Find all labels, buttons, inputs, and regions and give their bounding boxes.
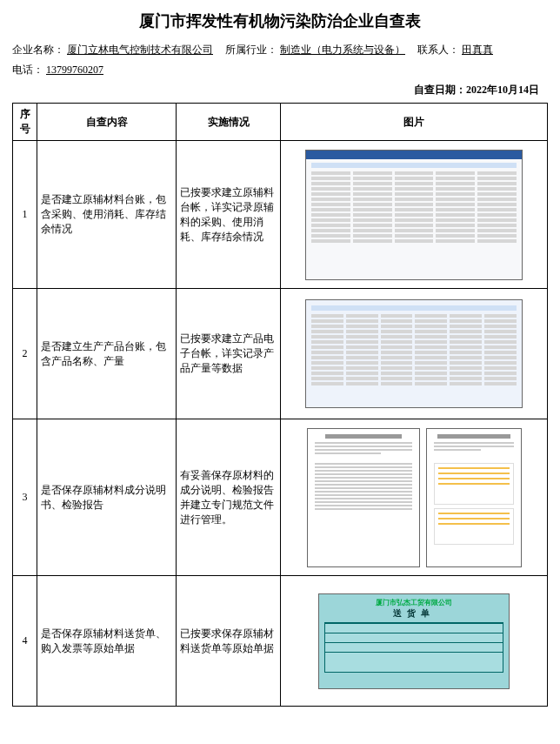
meta-block: 企业名称： 厦门立林电气控制技术有限公司 所属行业： 制造业（电力系统与设备） … xyxy=(12,40,548,99)
cell-impl: 已按要求建立原辅料台帐，详实记录原辅料的采购、使用消耗、库存结余情况 xyxy=(177,141,281,289)
cell-impl: 有妥善保存原材料的成分说明、检验报告并建立专门规范文件进行管理。 xyxy=(177,419,281,576)
cell-impl: 已按要求保存原辅材料送货单等原始单据 xyxy=(177,576,281,707)
report-thumb xyxy=(426,428,522,567)
contact-value: 田真真 xyxy=(462,44,493,56)
th-impl: 实施情况 xyxy=(177,104,281,141)
cell-pic xyxy=(281,141,548,289)
receipt-company: 厦门市弘杰工贸有限公司 xyxy=(319,594,509,607)
company-value: 厦门立林电气控制技术有限公司 xyxy=(67,44,213,56)
table-row: 1 是否建立原辅材料台账，包含采购、使用消耗、库存结余情况 已按要求建立原辅料台… xyxy=(13,141,548,289)
th-seq: 序号 xyxy=(13,104,37,141)
cell-seq: 3 xyxy=(13,419,37,576)
receipt-title: 送货单 xyxy=(319,607,509,620)
cell-content: 是否保存原辅材料成分说明书、检验报告 xyxy=(37,419,177,576)
doc-thumb xyxy=(307,428,420,567)
phone-value: 13799760207 xyxy=(46,64,103,76)
contact-label: 联系人： xyxy=(417,44,459,56)
cell-pic xyxy=(281,289,548,419)
cell-content: 是否保存原辅材料送货单、购入发票等原始单据 xyxy=(37,576,177,707)
table-row: 3 是否保存原辅材料成分说明书、检验报告 有妥善保存原材料的成分说明、检验报告并… xyxy=(13,419,548,576)
cell-pic: 厦门市弘杰工贸有限公司 送货单 xyxy=(281,576,548,707)
table-row: 2 是否建立生产产品台账，包含产品名称、产量 已按要求建立产品电子台帐，详实记录… xyxy=(13,289,548,419)
company-label: 企业名称： xyxy=(12,44,64,56)
date-label: 自查日期： xyxy=(414,84,466,96)
th-pic: 图片 xyxy=(281,104,548,141)
cell-impl: 已按要求建立产品电子台帐，详实记录产品产量等数据 xyxy=(177,289,281,419)
table-row: 4 是否保存原辅材料送货单、购入发票等原始单据 已按要求保存原辅材料送货单等原始… xyxy=(13,576,548,707)
screenshot-thumb xyxy=(305,150,523,280)
th-content: 自查内容 xyxy=(37,104,177,141)
industry-value: 制造业（电力系统与设备） xyxy=(280,44,405,56)
cell-seq: 4 xyxy=(13,576,37,707)
cell-seq: 1 xyxy=(13,141,37,289)
phone-label: 电话： xyxy=(12,64,43,76)
date-value: 2022年10月14日 xyxy=(466,84,539,96)
inspection-table: 序号 自查内容 实施情况 图片 1 是否建立原辅材料台账，包含采购、使用消耗、库… xyxy=(12,103,548,707)
cell-content: 是否建立原辅材料台账，包含采购、使用消耗、库存结余情况 xyxy=(37,141,177,289)
cell-content: 是否建立生产产品台账，包含产品名称、产量 xyxy=(37,289,177,419)
cell-seq: 2 xyxy=(13,289,37,419)
delivery-receipt-thumb: 厦门市弘杰工贸有限公司 送货单 xyxy=(318,593,510,689)
page-title: 厦门市挥发性有机物污染防治企业自查表 xyxy=(12,10,548,31)
cell-pic xyxy=(281,419,548,576)
screenshot-thumb xyxy=(305,299,523,408)
industry-label: 所属行业： xyxy=(225,44,277,56)
